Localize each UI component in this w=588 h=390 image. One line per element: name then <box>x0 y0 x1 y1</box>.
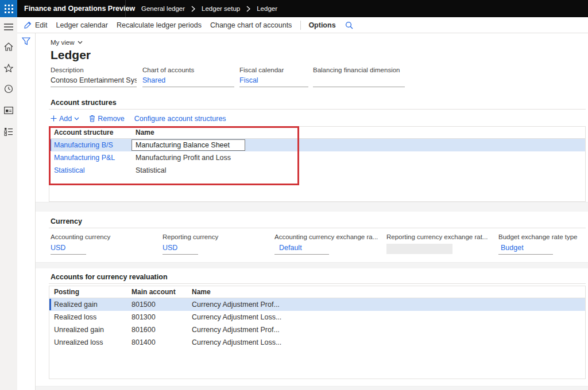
name-cell: Manufacturing Balance Sheet <box>131 139 585 151</box>
column-header-account-structure[interactable]: Account structure <box>49 128 131 136</box>
action-pane: Edit Ledger calendar Recalculate ledger … <box>17 17 588 33</box>
main-area: Edit Ledger calendar Recalculate ledger … <box>0 17 588 390</box>
budget-exchange-rate-type-link[interactable]: Budget <box>498 244 553 255</box>
section-header-currency[interactable]: Currency <box>51 217 588 225</box>
reporting-currency-label: Reporting currency <box>163 233 218 240</box>
section-gap <box>36 262 588 268</box>
home-button[interactable] <box>0 39 17 54</box>
configure-account-structures-button[interactable]: Configure account structures <box>134 115 226 123</box>
page-body-row: My view Ledger Description Contoso Enter… <box>17 33 588 390</box>
app-title[interactable]: Finance and Operations Preview <box>17 5 125 13</box>
chevron-right-icon <box>191 6 195 12</box>
trash-icon <box>89 115 95 122</box>
fiscal-calendar-link[interactable]: Fiscal <box>239 76 308 87</box>
navigation-sidebar <box>0 17 17 390</box>
funnel-icon <box>22 37 30 45</box>
remove-button[interactable]: Remove <box>89 115 125 123</box>
name-cell: Currency Adjustment Loss... <box>192 338 585 346</box>
workspace-icon <box>4 107 13 114</box>
recent-button[interactable] <box>0 81 17 96</box>
section-divider <box>49 283 586 284</box>
modules-icon <box>4 127 13 136</box>
chart-of-accounts-field: Chart of accounts Shared <box>142 67 234 87</box>
remove-label: Remove <box>98 115 125 123</box>
revaluation-grid: Posting Main account Name Realized gain … <box>49 286 586 379</box>
account-structure-link[interactable]: Manufacturing P&L <box>49 154 131 162</box>
add-label: Add <box>59 115 72 123</box>
breadcrumb-page[interactable]: Ledger <box>257 5 277 12</box>
section-divider <box>49 228 586 228</box>
main-account-cell: 801400 <box>131 338 192 346</box>
home-icon <box>4 42 13 51</box>
breadcrumb-module[interactable]: General ledger <box>141 5 185 12</box>
column-header-name[interactable]: Name <box>192 288 585 296</box>
account-structures-grid: Account structure Name Manufacturing B/S… <box>49 126 586 202</box>
app-launcher-button[interactable] <box>0 0 17 17</box>
add-button[interactable]: Add <box>51 115 79 123</box>
section-header-revaluation[interactable]: Accounts for currency revaluation <box>51 273 588 281</box>
content-column: Edit Ledger calendar Recalculate ledger … <box>17 17 588 390</box>
fiscal-calendar-label: Fiscal calendar <box>239 67 308 73</box>
table-row[interactable]: Unrealized gain 801600 Currency Adjustme… <box>49 323 585 336</box>
filter-pane-button[interactable] <box>22 37 30 390</box>
edit-button[interactable]: Edit <box>24 21 48 29</box>
section-header-account-structures[interactable]: Account structures <box>51 99 588 107</box>
breadcrumb-area[interactable]: Ledger setup <box>202 5 240 12</box>
main-account-cell: 801600 <box>131 326 192 334</box>
modules-button[interactable] <box>0 124 17 139</box>
account-structure-link[interactable]: Statistical <box>49 166 131 174</box>
grid-header-row: Posting Main account Name <box>49 286 585 298</box>
table-row[interactable]: Unrealized loss 801400 Currency Adjustme… <box>49 336 585 349</box>
accounting-currency-link[interactable]: USD <box>51 244 86 255</box>
actionbar-divider <box>300 21 301 30</box>
chart-of-accounts-link[interactable]: Shared <box>142 76 234 87</box>
page-header: My view Ledger <box>36 33 588 61</box>
grid-header-row: Account structure Name <box>49 127 585 139</box>
posting-cell: Realized gain <box>49 301 131 309</box>
name-cell: Statistical <box>131 166 585 174</box>
table-row[interactable]: Manufacturing P&L Manufacturing Profit a… <box>49 151 585 164</box>
balancing-dimension-input[interactable] <box>313 76 405 87</box>
balancing-dimension-label: Balancing financial dimension <box>313 67 405 73</box>
column-header-name[interactable]: Name <box>131 128 585 136</box>
posting-cell: Realized loss <box>49 313 131 321</box>
column-header-main-account[interactable]: Main account <box>131 288 192 296</box>
options-button[interactable]: Options <box>308 21 335 29</box>
change-chart-of-accounts-button[interactable]: Change chart of accounts <box>210 21 292 29</box>
posting-cell: Unrealized loss <box>49 338 131 346</box>
recalculate-ledger-periods-button[interactable]: Recalculate ledger periods <box>117 21 202 29</box>
star-icon <box>4 64 13 72</box>
clock-icon <box>4 84 13 93</box>
name-cell: Currency Adjustment Loss... <box>192 313 585 321</box>
table-row[interactable]: Manufacturing B/S Manufacturing Balance … <box>49 139 585 151</box>
nav-menu-button[interactable] <box>0 20 17 34</box>
chevron-down-icon <box>78 41 83 44</box>
view-selector-button[interactable]: My view <box>51 39 83 46</box>
table-row[interactable]: Realized gain 801500 Currency Adjustment… <box>49 298 585 311</box>
table-row[interactable]: Realized loss 801300 Currency Adjustment… <box>49 311 585 323</box>
workspaces-button[interactable] <box>0 103 17 118</box>
ledger-calendar-button[interactable]: Ledger calendar <box>56 21 108 29</box>
name-cell: Manufacturing Profit and Loss <box>131 154 585 162</box>
table-row[interactable]: Statistical Statistical <box>49 164 585 177</box>
name-cell: Currency Adjustment Prof... <box>192 326 585 334</box>
magnifier-icon <box>345 21 353 29</box>
reporting-currency-link[interactable]: USD <box>163 244 198 255</box>
section-divider <box>49 109 586 110</box>
name-cell-input[interactable]: Manufacturing Balance Sheet <box>131 139 245 151</box>
main-account-cell: 801500 <box>131 301 192 309</box>
search-button[interactable] <box>345 21 353 29</box>
column-header-posting[interactable]: Posting <box>49 288 131 296</box>
currency-fields: Accounting currency USD Reporting curren… <box>36 233 588 262</box>
reporting-currency-field: Reporting currency USD <box>163 233 218 255</box>
budget-exchange-rate-type-label: Budget exchange rate type <box>498 233 577 240</box>
ledger-form-page: My view Ledger Description Contoso Enter… <box>36 33 588 390</box>
accounting-exchange-rate-type-link[interactable]: Default <box>274 244 329 255</box>
row-selection-accent <box>49 299 51 310</box>
chart-of-accounts-label: Chart of accounts <box>142 67 234 73</box>
favorites-button[interactable] <box>0 60 17 75</box>
account-structure-link[interactable]: Manufacturing B/S <box>49 141 131 149</box>
chevron-right-icon <box>246 6 250 12</box>
waffle-icon <box>5 5 13 13</box>
description-input[interactable]: Contoso Entertainment Syste... <box>51 76 137 87</box>
